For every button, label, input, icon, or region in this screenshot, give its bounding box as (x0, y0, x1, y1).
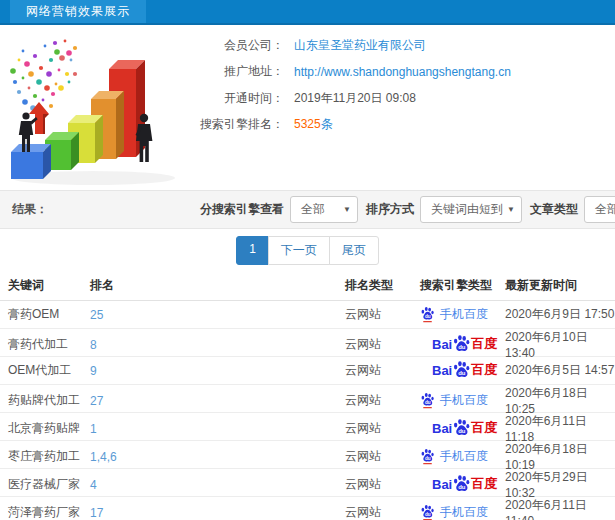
rank-cell[interactable]: 8 (90, 338, 345, 352)
results-label: 结果： (12, 201, 48, 218)
promo-url-row: 推广地址： http://www.shandonghuangshengtang.… (192, 59, 615, 86)
article-type-select[interactable]: 全部 ▼ (584, 196, 615, 223)
svg-text:du: du (425, 314, 431, 319)
rank-cell[interactable]: 4 (90, 478, 345, 492)
table-row: 北京膏药贴牌1云网站Baidu百度2020年6月11日 11:18 (0, 413, 615, 441)
rank-cell[interactable]: 9 (90, 364, 345, 378)
mobile-baidu-logo: du手机百度 (420, 448, 488, 465)
member-company-link[interactable]: 山东皇圣堂药业有限公司 (294, 37, 426, 54)
rank-type-cell: 云网站 (345, 448, 420, 465)
table-header-rank-type: 排名类型 (345, 277, 420, 294)
rank-cell[interactable]: 17 (90, 506, 345, 520)
table-header-updated: 最新更新时间 (505, 277, 615, 294)
baidu-paw-icon: du (452, 334, 471, 355)
info-fields: 会员公司： 山东皇圣堂药业有限公司 推广地址： http://www.shand… (192, 25, 615, 138)
updated-cell: 2020年6月11日 11:18 (505, 413, 615, 444)
bar-chart-illustration (5, 31, 183, 187)
filter-bar: 结果： 分搜索引擎查看 全部 ▼ 排序方式 关键词由短到长排序 ▼ 文章类型 全… (0, 190, 615, 229)
updated-cell: 2020年5月29日 10:32 (505, 469, 615, 500)
updated-cell: 2020年6月5日 14:57 (505, 362, 615, 379)
open-time-label: 开通时间： (192, 90, 284, 107)
rank-cell[interactable]: 25 (90, 308, 345, 322)
keyword-cell: 枣庄膏药加工 (8, 448, 90, 465)
mobile-baidu-logo: du手机百度 (420, 306, 488, 323)
keyword-cell: 药贴牌代加工 (8, 392, 90, 409)
updated-cell: 2020年6月9日 17:50 (505, 306, 615, 323)
chevron-down-icon: ▼ (343, 206, 351, 214)
engine-cell: du手机百度 (420, 448, 505, 465)
confetti-dots (10, 40, 77, 116)
pagination-last[interactable]: 尾页 (329, 236, 379, 265)
mobile-baidu-logo: du手机百度 (420, 504, 488, 520)
rank-type-cell: 云网站 (345, 392, 420, 409)
svg-text:du: du (425, 456, 431, 461)
keyword-cell: 膏药代加工 (8, 336, 90, 353)
engine-cell: du手机百度 (420, 504, 505, 520)
svg-text:du: du (458, 428, 466, 434)
article-type-label: 文章类型 (530, 201, 578, 218)
engine-cell: du手机百度 (420, 306, 505, 323)
baidu-logo: Baidu百度 (420, 360, 497, 381)
baidu-paw-icon: du (452, 474, 471, 495)
table-row: 膏药OEM25云网站du手机百度2020年6月9日 17:50 (0, 301, 615, 329)
keyword-cell: 膏药OEM (8, 306, 90, 323)
engine-ranking-label: 搜索引擎排名： (192, 116, 284, 133)
engine-filter-select[interactable]: 全部 ▼ (290, 196, 358, 223)
svg-text:du: du (458, 370, 466, 376)
rank-type-cell: 云网站 (345, 306, 420, 323)
rank-cell[interactable]: 1,4,6 (90, 450, 345, 464)
table-header-engine-type: 搜索引擎类型 (420, 277, 505, 294)
engine-cell: Baidu百度 (420, 418, 505, 439)
updated-cell: 2020年6月10日 13:40 (505, 329, 615, 360)
member-company-row: 会员公司： 山东皇圣堂药业有限公司 (192, 32, 615, 59)
sort-filter-value: 关键词由短到长排序 (431, 201, 503, 218)
results-table-body: 膏药OEM25云网站du手机百度2020年6月9日 17:50膏药代加工8云网站… (0, 301, 615, 520)
table-row: 药贴牌代加工27云网站du手机百度2020年6月18日 10:25 (0, 385, 615, 413)
tab-marketing-effect[interactable]: 网络营销效果展示 (10, 0, 146, 23)
sort-filter-label: 排序方式 (366, 201, 414, 218)
member-company-label: 会员公司： (192, 37, 284, 54)
updated-cell: 2020年6月18日 10:19 (505, 441, 615, 472)
promo-url-label: 推广地址： (192, 63, 284, 80)
baidu-logo: Baidu百度 (420, 334, 497, 355)
table-row: 菏泽膏药厂家17云网站du手机百度2020年6月11日 11:40 (0, 497, 615, 520)
baidu-paw-icon: du (420, 448, 435, 464)
open-time-value: 2019年11月20日 09:08 (294, 90, 416, 107)
info-section: 会员公司： 山东皇圣堂药业有限公司 推广地址： http://www.shand… (0, 25, 615, 190)
engine-cell: Baidu百度 (420, 474, 505, 495)
article-type-value: 全部 (595, 201, 615, 218)
keyword-cell: OEM代加工 (8, 362, 90, 379)
engine-cell: Baidu百度 (420, 360, 505, 381)
rank-cell[interactable]: 27 (90, 394, 345, 408)
engine-ranking-unit[interactable]: 条 (321, 117, 333, 131)
table-row: OEM代加工9云网站Baidu百度2020年6月5日 14:57 (0, 357, 615, 385)
table-header-rank: 排名 (90, 277, 345, 294)
engine-filter-value: 全部 (301, 201, 325, 218)
pagination-next[interactable]: 下一页 (268, 236, 330, 265)
engine-ranking-row: 搜索引擎排名： 5325条 (192, 112, 615, 139)
baidu-paw-icon: du (452, 418, 471, 439)
keyword-cell: 北京膏药贴牌 (8, 420, 90, 437)
results-table: 关键词 排名 排名类型 搜索引擎类型 最新更新时间 膏药OEM25云网站du手机… (0, 271, 615, 520)
filter-group: 分搜索引擎查看 全部 ▼ 排序方式 关键词由短到长排序 ▼ 文章类型 全部 ▼ … (200, 191, 615, 228)
rank-type-cell: 云网站 (345, 420, 420, 437)
promo-url-link[interactable]: http://www.shandonghuangshengtang.cn (294, 65, 511, 79)
baidu-paw-icon: du (420, 504, 435, 520)
table-row: 枣庄膏药加工1,4,6云网站du手机百度2020年6月18日 10:19 (0, 441, 615, 469)
table-header-row: 关键词 排名 排名类型 搜索引擎类型 最新更新时间 (0, 271, 615, 301)
keyword-cell: 医疗器械厂家 (8, 476, 90, 493)
rank-cell[interactable]: 1 (90, 422, 345, 436)
rank-type-cell: 云网站 (345, 336, 420, 353)
page-title: 网络营销效果展示 (26, 3, 130, 20)
open-time-row: 开通时间： 2019年11月20日 09:08 (192, 85, 615, 112)
table-header-keyword: 关键词 (8, 277, 90, 294)
table-row: 医疗器械厂家4云网站Baidu百度2020年5月29日 10:32 (0, 469, 615, 497)
pagination: 1 下一页 尾页 (236, 236, 379, 265)
mobile-baidu-logo: du手机百度 (420, 392, 488, 409)
sort-filter-select[interactable]: 关键词由短到长排序 ▼ (420, 196, 522, 223)
engine-filter-label: 分搜索引擎查看 (200, 201, 284, 218)
baidu-paw-icon: du (420, 306, 435, 322)
table-row: 膏药代加工8云网站Baidu百度2020年6月10日 13:40 (0, 329, 615, 357)
baidu-paw-icon: du (452, 360, 471, 381)
pagination-current[interactable]: 1 (236, 236, 269, 265)
